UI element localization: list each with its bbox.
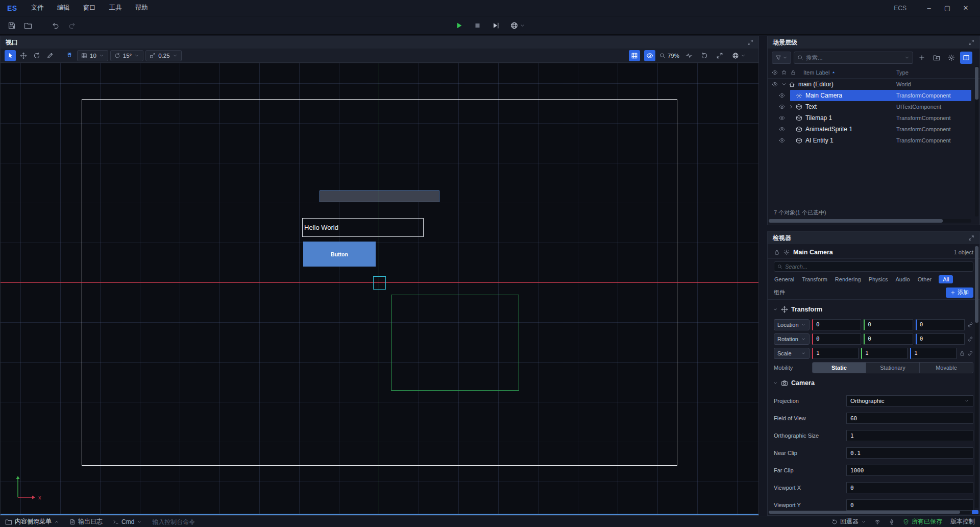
panel-layout-button[interactable] — [960, 52, 972, 64]
tab-physics[interactable]: Physics — [868, 275, 889, 283]
stop-button[interactable] — [471, 19, 484, 32]
link-axes-icon[interactable] — [967, 350, 973, 356]
scrollbar-thumb[interactable] — [975, 246, 978, 323]
console-command-input[interactable] — [152, 518, 259, 525]
field-of-view-input[interactable] — [846, 413, 973, 424]
cmd-dropdown[interactable]: Cmd — [113, 518, 142, 525]
visibility-toggle-icon[interactable] — [772, 81, 778, 87]
visibility-toggle-icon[interactable] — [779, 104, 785, 110]
link-axes-icon[interactable] — [967, 336, 973, 342]
visibility-toggle-icon[interactable] — [779, 126, 785, 132]
menu-edit[interactable]: 编辑 — [51, 1, 77, 15]
zoom-control[interactable]: 79% — [659, 53, 679, 59]
filter-dropdown[interactable] — [772, 52, 791, 64]
save-button[interactable] — [5, 19, 18, 32]
tab-audio[interactable]: Audio — [895, 275, 911, 283]
location-z-input[interactable] — [916, 319, 965, 330]
lock-icon[interactable] — [774, 249, 780, 255]
visibility-options-button[interactable] — [644, 50, 655, 61]
hierarchy-row-text[interactable]: Text UITextComponent — [768, 101, 979, 112]
add-entity-button[interactable] — [916, 52, 928, 64]
hierarchy-search[interactable] — [794, 52, 913, 64]
scale-y-input[interactable] — [861, 348, 908, 359]
scrollbar-thumb[interactable] — [975, 67, 978, 100]
inspector-search-input[interactable] — [785, 264, 970, 270]
step-button[interactable] — [489, 19, 503, 32]
open-button[interactable] — [21, 19, 35, 32]
reset-view-button[interactable] — [699, 50, 710, 61]
minimize-button[interactable]: – — [920, 0, 938, 16]
add-folder-button[interactable] — [930, 52, 943, 64]
stats-button[interactable] — [683, 50, 695, 61]
move-tool-button[interactable] — [18, 50, 29, 61]
entity-bounds[interactable] — [391, 295, 519, 391]
uniform-scale-lock-icon[interactable] — [959, 350, 965, 356]
button-object[interactable]: Button — [303, 242, 376, 267]
location-y-input[interactable] — [864, 319, 913, 330]
hierarchy-search-input[interactable] — [806, 55, 902, 61]
menu-help[interactable]: 帮助 — [129, 1, 155, 15]
scrollbar-thumb[interactable] — [769, 511, 960, 514]
angle-snap-dropdown[interactable]: 15° — [110, 50, 143, 61]
scale-dropdown[interactable]: Scale — [774, 348, 810, 359]
revision-dropdown[interactable]: 回退器 — [831, 517, 866, 526]
hierarchy-row-animatedsprite[interactable]: AnimatedSprite 1 TransformComponent — [768, 124, 979, 135]
scrollbar-thumb[interactable] — [769, 219, 943, 223]
expand-panel-icon[interactable] — [747, 39, 753, 45]
hierarchy-row-main[interactable]: main (Editor) World — [768, 79, 979, 90]
visibility-toggle-icon[interactable] — [779, 115, 785, 121]
close-button[interactable]: ✕ — [957, 0, 975, 16]
snap-toggle-button[interactable] — [64, 50, 75, 61]
menu-window[interactable]: 窗口 — [77, 1, 103, 15]
rotation-z-input[interactable] — [916, 333, 965, 345]
tab-transform[interactable]: Transform — [801, 275, 828, 283]
inspector-search[interactable] — [774, 261, 973, 272]
expand-panel-icon[interactable] — [968, 39, 974, 45]
menu-file[interactable]: 文件 — [24, 1, 51, 15]
tab-rendering[interactable]: Rendering — [835, 275, 862, 283]
link-axes-icon[interactable] — [967, 322, 973, 328]
visibility-toggle-icon[interactable] — [779, 137, 785, 143]
mobility-movable[interactable]: Movable — [920, 363, 973, 373]
hierarchy-vertical-scrollbar[interactable] — [975, 66, 978, 217]
hierarchy-row-ai-entity[interactable]: AI Entity 1 TransformComponent — [768, 135, 979, 146]
expand-chevron-icon[interactable] — [781, 81, 787, 87]
mobility-static[interactable]: Static — [813, 363, 866, 373]
label-column-header[interactable]: Item Label — [803, 69, 836, 76]
grid-snap-dropdown[interactable]: 10 — [77, 50, 108, 61]
select-tool-button[interactable] — [5, 50, 16, 61]
add-component-button[interactable]: 添加 — [946, 288, 973, 298]
location-x-input[interactable] — [812, 319, 861, 330]
grid-toggle-button[interactable] — [629, 50, 640, 61]
rotation-dropdown[interactable]: Rotation — [774, 333, 810, 345]
hierarchy-settings-button[interactable] — [945, 52, 958, 64]
tab-other[interactable]: Other — [917, 275, 933, 283]
scale-x-input[interactable] — [812, 348, 859, 359]
edit-tool-button[interactable] — [44, 50, 56, 61]
expand-panel-icon[interactable] — [968, 235, 974, 241]
hierarchy-horizontal-scrollbar[interactable] — [769, 219, 971, 223]
inspector-horizontal-scrollbar[interactable] — [769, 511, 970, 514]
scale-z-input[interactable] — [910, 348, 957, 359]
camera-selection-box[interactable] — [373, 276, 386, 290]
tab-all[interactable]: All — [939, 275, 953, 283]
menu-tools[interactable]: 工具 — [103, 1, 129, 15]
rotation-x-input[interactable] — [812, 333, 861, 345]
viewport-y-input[interactable] — [846, 499, 973, 511]
network-status-button[interactable] — [874, 519, 880, 525]
hierarchy-row-main-camera[interactable]: Main Camera TransformComponent — [768, 90, 979, 101]
play-button[interactable] — [453, 19, 466, 32]
visibility-toggle-icon[interactable] — [779, 92, 785, 99]
far-clip-input[interactable] — [846, 465, 973, 476]
text-object[interactable]: Hello World — [302, 218, 424, 237]
location-dropdown[interactable]: Location — [774, 319, 810, 330]
projection-select[interactable]: Orthographic — [846, 395, 973, 406]
rotation-y-input[interactable] — [864, 333, 913, 345]
near-clip-input[interactable] — [846, 447, 973, 459]
tab-general[interactable]: General — [774, 275, 795, 283]
orthographic-size-input[interactable] — [846, 430, 973, 441]
network-mode-dropdown[interactable] — [508, 20, 528, 31]
scroll-corner[interactable] — [972, 510, 978, 514]
type-column-header[interactable]: Type — [896, 69, 909, 76]
transform-section-header[interactable]: Transform — [768, 303, 979, 316]
